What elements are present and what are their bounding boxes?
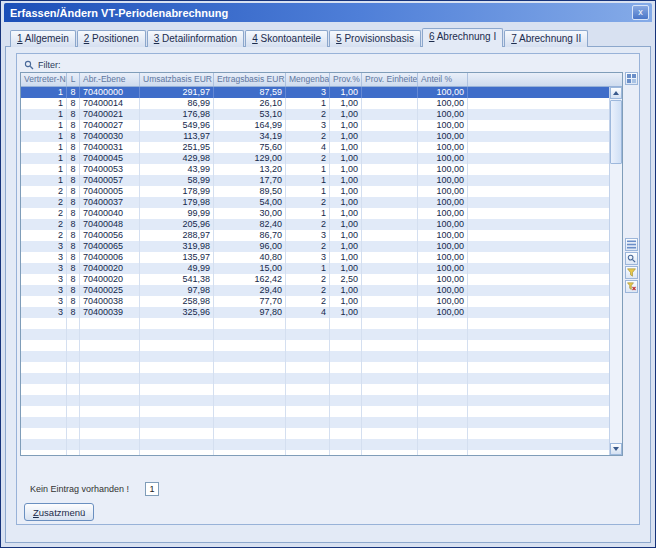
cell-l: 8	[67, 274, 80, 285]
column-header-einheiten[interactable]: Prov. Einheiten	[362, 73, 418, 86]
zusatzmenu-button[interactable]: Zusatzmenü	[24, 503, 94, 521]
table-row[interactable]: 1870400000291,9787,5931,00100,00	[21, 87, 622, 98]
search-icon[interactable]	[625, 252, 638, 265]
table-row[interactable]: 387040002049,9915,0011,00100,00	[21, 263, 622, 274]
title-bar[interactable]: Erfassen/Ändern VT-Periodenabrechnung x	[4, 3, 652, 22]
table-row[interactable]: 3870400065319,9896,0021,00100,00	[21, 241, 622, 252]
cell-filler	[468, 197, 622, 208]
cell-menge: 1	[286, 164, 330, 175]
table-row[interactable]: 1870400045429,98129,0021,00100,00	[21, 153, 622, 164]
table-row[interactable]: 2870400048205,9682,4021,00100,00	[21, 219, 622, 230]
scrollbar-thumb[interactable]	[610, 100, 622, 164]
tab-7-abrechnung-ii[interactable]: 7 Abrechnung II	[504, 30, 588, 47]
table-row[interactable]: 1870400030113,9734,1921,00100,00	[21, 131, 622, 142]
cell-vertreter	[21, 351, 67, 362]
cell-umsatz: 258,98	[140, 296, 214, 307]
tab-3-detailinformation[interactable]: 3 Detailinformation	[147, 30, 244, 47]
cell-umsatz: 178,99	[140, 186, 214, 197]
cell-l: 8	[67, 164, 80, 175]
table-row[interactable]: 1870400027549,96164,9931,00100,00	[21, 120, 622, 131]
cell-l	[67, 362, 80, 373]
scroll-up-icon[interactable]	[610, 87, 622, 99]
cell-menge	[286, 384, 330, 395]
table-row[interactable]: 3870400020541,38162,4222,50100,00	[21, 274, 622, 285]
cell-anteil: 100,00	[418, 263, 468, 274]
filter-bar[interactable]: Filter:	[20, 57, 623, 72]
table-row[interactable]: 187040005758,9917,7011,00100,00	[21, 175, 622, 186]
cell-filler	[468, 351, 622, 362]
cell-filler	[468, 329, 622, 340]
column-header-anteil[interactable]: Anteil %	[418, 73, 468, 86]
cell-ertrag	[214, 417, 286, 428]
column-header-ebene[interactable]: Abr.-Ebene	[80, 73, 140, 86]
column-header-umsatz[interactable]: Umsatzbasis EUR	[140, 73, 214, 86]
cell-prov: 1,00	[330, 98, 362, 109]
clear-filter-icon[interactable]	[625, 280, 638, 293]
column-chooser-icon[interactable]	[625, 72, 638, 85]
tab-2-positionen[interactable]: 2 Positionen	[77, 30, 146, 47]
cell-anteil: 100,00	[418, 120, 468, 131]
cell-einheiten	[362, 98, 418, 109]
column-header-vertreter[interactable]: Vertreter-Nr.	[21, 73, 67, 86]
tab-5-provisionsbasis[interactable]: 5 Provisionsbasis	[329, 30, 421, 47]
table-row[interactable]: 1870400031251,9575,6041,00100,00	[21, 142, 622, 153]
table-row[interactable]: 2870400056288,9786,7031,00100,00	[21, 230, 622, 241]
filter-icon[interactable]	[625, 266, 638, 279]
cell-umsatz: 288,97	[140, 230, 214, 241]
empty-row	[21, 406, 622, 417]
cell-prov: 1,00	[330, 120, 362, 131]
table-row[interactable]: 287040004099,9930,0011,00100,00	[21, 208, 622, 219]
cell-ertrag: 17,70	[214, 175, 286, 186]
cell-vertreter	[21, 318, 67, 329]
cell-einheiten	[362, 428, 418, 439]
tab-6-abrechnung-i[interactable]: 6 Abrechnung I	[422, 28, 503, 47]
scroll-down-icon[interactable]	[610, 443, 622, 455]
cell-ebene: 70400031	[80, 142, 140, 153]
cell-ebene: 70400039	[80, 307, 140, 318]
cell-ertrag	[214, 428, 286, 439]
cell-anteil: 100,00	[418, 175, 468, 186]
table-row[interactable]: 3870400038258,9877,7021,00100,00	[21, 296, 622, 307]
cell-ebene: 70400027	[80, 120, 140, 131]
cell-umsatz: 541,38	[140, 274, 214, 285]
close-icon[interactable]: x	[632, 5, 649, 20]
table-row[interactable]: 187040005343,9913,2011,00100,00	[21, 164, 622, 175]
cell-anteil: 100,00	[418, 208, 468, 219]
cell-menge: 1	[286, 208, 330, 219]
table-row[interactable]: 2870400037179,9854,0021,00100,00	[21, 197, 622, 208]
cell-anteil: 100,00	[418, 219, 468, 230]
empty-row	[21, 329, 622, 340]
tab-1-allgemein[interactable]: 1 Allgemein	[10, 30, 76, 47]
table-row[interactable]: 187040001486,9926,1011,00100,00	[21, 98, 622, 109]
cell-prov: 1,00	[330, 252, 362, 263]
record-count-box: 1	[145, 482, 159, 496]
table-row[interactable]: 387040002597,9829,4021,00100,00	[21, 285, 622, 296]
cell-l: 8	[67, 197, 80, 208]
tab-4-skontoanteile[interactable]: 4 Skontoanteile	[245, 30, 328, 47]
cell-anteil: 100,00	[418, 274, 468, 285]
table-row[interactable]: 3870400006135,9740,8031,00100,00	[21, 252, 622, 263]
list-icon[interactable]	[625, 238, 638, 251]
cell-einheiten	[362, 406, 418, 417]
cell-filler	[468, 131, 622, 142]
column-header-filler	[468, 73, 622, 86]
table-row[interactable]: 2870400005178,9989,5011,00100,00	[21, 186, 622, 197]
cell-prov	[330, 439, 362, 450]
cell-ebene: 70400021	[80, 109, 140, 120]
column-header-ertrag[interactable]: Ertragsbasis EUR	[214, 73, 286, 86]
cell-filler	[468, 230, 622, 241]
vertical-scrollbar[interactable]	[609, 87, 622, 455]
cell-vertreter	[21, 450, 67, 455]
table-row[interactable]: 3870400039325,9697,8041,00100,00	[21, 307, 622, 318]
cell-vertreter: 1	[21, 98, 67, 109]
table-row[interactable]: 1870400021176,9853,1021,00100,00	[21, 109, 622, 120]
cell-anteil: 100,00	[418, 197, 468, 208]
cell-umsatz: 291,97	[140, 87, 214, 98]
data-grid: Vertreter-Nr.LAbr.-EbeneUmsatzbasis EURE…	[20, 72, 623, 456]
cell-prov: 1,00	[330, 87, 362, 98]
column-header-prov[interactable]: Prov.%	[330, 73, 362, 86]
cell-ebene: 70400057	[80, 175, 140, 186]
column-header-l[interactable]: L	[67, 73, 80, 86]
cell-ertrag: 15,00	[214, 263, 286, 274]
column-header-menge[interactable]: Mengenbasis	[286, 73, 330, 86]
